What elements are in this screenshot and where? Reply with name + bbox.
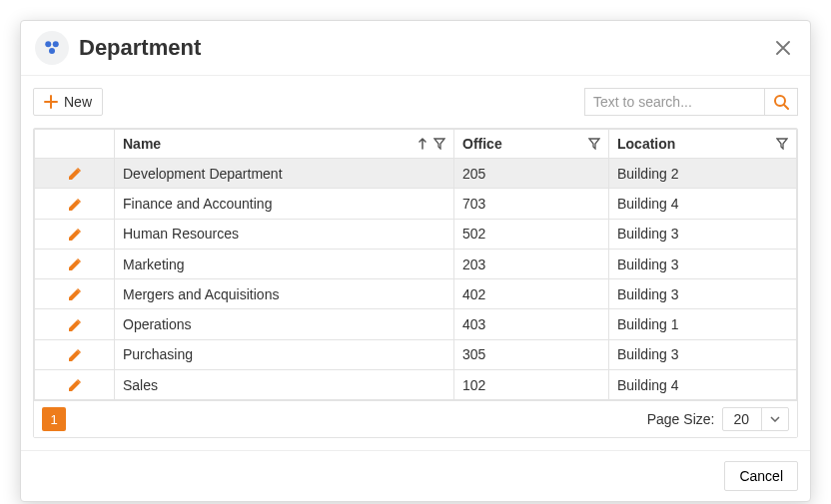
filter-icon[interactable] xyxy=(433,138,445,150)
edit-cell[interactable] xyxy=(35,189,115,219)
search-button[interactable] xyxy=(764,88,798,116)
table-row[interactable]: Sales102Building 4 xyxy=(35,370,797,400)
pager: 1 Page Size: 20 xyxy=(34,400,797,437)
caret-down-icon xyxy=(770,416,780,422)
table-row[interactable]: Marketing203Building 3 xyxy=(35,249,797,278)
cell-location: Building 3 xyxy=(609,219,797,249)
search-input[interactable] xyxy=(584,88,764,116)
column-header-name[interactable]: Name xyxy=(115,130,454,159)
edit-cell[interactable] xyxy=(35,309,115,339)
cell-name: Human Resources xyxy=(115,219,454,249)
search-group xyxy=(584,88,798,116)
cell-office: 402 xyxy=(454,279,609,309)
table-row[interactable]: Human Resources502Building 3 xyxy=(35,219,797,249)
column-header-office[interactable]: Office xyxy=(454,130,609,159)
cell-name: Mergers and Acquisitions xyxy=(115,279,454,309)
dialog-body: New Name xyxy=(21,76,810,450)
plus-icon xyxy=(44,95,58,109)
cell-office: 205 xyxy=(454,159,609,189)
new-button-label: New xyxy=(64,94,92,110)
cell-location: Building 4 xyxy=(609,370,797,400)
toolbar: New xyxy=(33,88,798,116)
edit-cell[interactable] xyxy=(35,279,115,309)
page-size-value: 20 xyxy=(723,408,761,430)
close-button[interactable] xyxy=(770,35,796,62)
department-icon xyxy=(35,31,69,65)
pencil-icon[interactable] xyxy=(67,255,83,271)
filter-icon[interactable] xyxy=(776,138,788,150)
svg-point-2 xyxy=(49,48,55,54)
pencil-icon[interactable] xyxy=(67,346,83,362)
pencil-icon[interactable] xyxy=(67,226,83,242)
header-row: Name Office xyxy=(35,130,797,159)
table-row[interactable]: Purchasing305Building 3 xyxy=(35,339,797,369)
dialog-title: Department xyxy=(79,35,770,61)
cell-location: Building 3 xyxy=(609,279,797,309)
new-button[interactable]: New xyxy=(33,88,103,116)
cell-location: Building 3 xyxy=(609,249,797,278)
cell-name: Sales xyxy=(115,370,454,400)
column-header-name-label: Name xyxy=(123,136,161,152)
cell-office: 305 xyxy=(454,339,609,369)
cell-name: Marketing xyxy=(115,249,454,278)
edit-cell[interactable] xyxy=(35,339,115,369)
column-header-edit[interactable] xyxy=(35,130,115,159)
pencil-icon[interactable] xyxy=(67,285,83,301)
edit-cell[interactable] xyxy=(35,159,115,189)
svg-line-4 xyxy=(784,105,788,109)
table-row[interactable]: Development Department205Building 2 xyxy=(35,159,797,189)
close-icon xyxy=(776,41,790,55)
cancel-button-label: Cancel xyxy=(739,468,783,484)
search-icon xyxy=(773,94,789,110)
page-size-label: Page Size: xyxy=(647,411,715,427)
cell-name: Purchasing xyxy=(115,339,454,369)
edit-cell[interactable] xyxy=(35,370,115,400)
cell-location: Building 3 xyxy=(609,339,797,369)
edit-cell[interactable] xyxy=(35,249,115,278)
cancel-button[interactable]: Cancel xyxy=(724,461,798,491)
column-header-location[interactable]: Location xyxy=(609,130,797,159)
page-size-caret[interactable] xyxy=(761,408,788,430)
cell-location: Building 2 xyxy=(609,159,797,189)
svg-point-1 xyxy=(53,41,59,47)
cell-name: Finance and Accounting xyxy=(115,189,454,219)
table-row[interactable]: Finance and Accounting703Building 4 xyxy=(35,189,797,219)
pencil-icon[interactable] xyxy=(67,195,83,211)
table-row[interactable]: Mergers and Acquisitions402Building 3 xyxy=(35,279,797,309)
grid: Name Office xyxy=(33,128,798,438)
cell-office: 203 xyxy=(454,249,609,278)
svg-point-0 xyxy=(45,41,51,47)
table-row[interactable]: Operations403Building 1 xyxy=(35,309,797,339)
dialog-header: Department xyxy=(21,21,810,76)
cell-location: Building 4 xyxy=(609,189,797,219)
column-header-office-label: Office xyxy=(462,136,502,152)
cell-office: 102 xyxy=(454,370,609,400)
column-header-location-label: Location xyxy=(617,136,675,152)
dialog-footer: Cancel xyxy=(21,450,810,501)
edit-cell[interactable] xyxy=(35,219,115,249)
page-number-current[interactable]: 1 xyxy=(42,407,66,431)
pencil-icon[interactable] xyxy=(67,376,83,392)
cell-office: 502 xyxy=(454,219,609,249)
cell-location: Building 1 xyxy=(609,309,797,339)
pencil-icon[interactable] xyxy=(67,165,83,181)
sort-asc-icon[interactable] xyxy=(417,138,427,150)
department-dialog: Department New xyxy=(20,20,811,502)
cell-office: 403 xyxy=(454,309,609,339)
pencil-icon[interactable] xyxy=(67,315,83,331)
filter-icon[interactable] xyxy=(588,138,600,150)
cell-office: 703 xyxy=(454,189,609,219)
cell-name: Development Department xyxy=(115,159,454,189)
cell-name: Operations xyxy=(115,309,454,339)
page-size-select[interactable]: 20 xyxy=(722,407,789,431)
